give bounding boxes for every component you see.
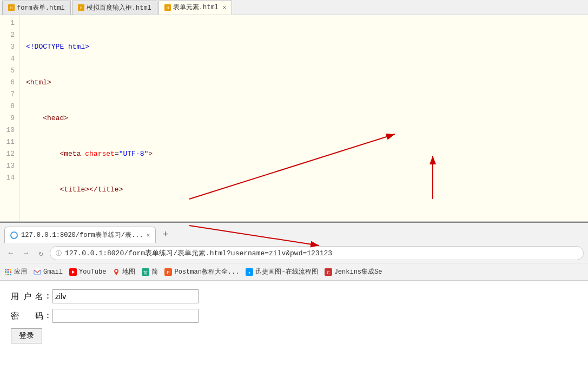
reload-button[interactable]: ↻ [35, 247, 48, 260]
bookmark-postman-label: Postman教程大全... [174, 267, 239, 276]
bookmark-youtube[interactable]: YouTube [69, 268, 106, 276]
bookmark-postman[interactable]: P Postman教程大全... [164, 267, 239, 276]
svg-rect-14 [8, 271, 9, 273]
tab-close-icon[interactable]: ✕ [223, 4, 227, 11]
postman-icon: P [164, 268, 172, 276]
svg-text:P: P [167, 270, 170, 276]
svg-text:C: C [327, 270, 330, 276]
tab-label: form表单.html [17, 3, 65, 12]
bookmark-maps[interactable]: 地图 [113, 267, 135, 276]
password-colon: : [45, 312, 50, 321]
svg-rect-11 [8, 269, 9, 270]
secure-icon: ⓘ [56, 249, 62, 257]
username-colon: : [45, 292, 50, 301]
username-label: 用户名 [11, 292, 43, 302]
svg-rect-13 [5, 271, 6, 273]
bookmark-jenkins[interactable]: C Jenkins集成Se [325, 267, 382, 276]
browser-tab-close-icon[interactable]: ✕ [147, 231, 150, 239]
svg-point-22 [115, 270, 117, 272]
bookmarks-bar: 应用 Gmail YouTube [0, 263, 588, 280]
address-bar-row: ← → ↻ ⓘ 127.0.0.1:8020/form表单练习/表单元素.htm… [0, 243, 588, 263]
new-tab-button[interactable]: + [158, 229, 173, 240]
file-icon: H [8, 4, 15, 11]
gmail-icon [34, 268, 41, 276]
bookmark-gmail-label: Gmail [43, 268, 63, 276]
bookmark-apps[interactable]: 应用 [4, 267, 27, 276]
code-content: <!DOCTYPE html> <html> <head> <meta char… [19, 15, 588, 222]
maps-icon [113, 268, 120, 276]
svg-rect-17 [8, 274, 9, 275]
youtube-icon [69, 268, 77, 276]
forward-button[interactable]: → [19, 247, 32, 260]
browser-tab-bar: 127.0.0.1:8020/form表单练习/表... ✕ + [0, 223, 588, 243]
username-row: 用户名 : [11, 289, 577, 303]
xunjie-icon: ✦ [246, 268, 253, 276]
password-row: 密 码 : [11, 309, 577, 323]
file-icon3: H [164, 4, 171, 11]
svg-rect-19 [34, 268, 41, 276]
tab-active[interactable]: H 表单元素.html ✕ [158, 1, 233, 15]
submit-row: 登录 [11, 328, 577, 343]
globe-icon [10, 231, 18, 239]
svg-text:H: H [10, 6, 12, 10]
browser-content: 用户名 : 密 码 : 登录 [0, 281, 588, 357]
bookmark-jian-label: 简 [151, 267, 158, 276]
browser-tab[interactable]: 127.0.0.1:8020/form表单练习/表... ✕ [4, 227, 156, 243]
password-input[interactable] [52, 309, 199, 323]
password-label: 密 码 [11, 311, 43, 321]
jian-icon: 简 [142, 268, 149, 276]
code-container: 1 2 3 4 5 6 7 8 9 10 11 12 13 14 <!DOCTY… [0, 15, 588, 222]
bookmark-xunjie[interactable]: ✦ 迅捷画图-在线流程图 [246, 267, 318, 276]
tab-label3: 表单元素.html [173, 3, 219, 12]
submit-button[interactable]: 登录 [11, 328, 42, 343]
username-input[interactable] [52, 289, 199, 303]
browser-area: 127.0.0.1:8020/form表单练习/表... ✕ + ← → ↻ ⓘ… [0, 222, 588, 384]
svg-rect-16 [5, 274, 6, 275]
address-bar[interactable]: ⓘ 127.0.0.1:8020/form表单练习/表单元素.html?user… [50, 246, 584, 260]
tab-form[interactable]: H form表单.html [2, 1, 71, 15]
svg-text:✦: ✦ [248, 270, 252, 276]
svg-rect-12 [10, 269, 11, 270]
apps-icon [4, 268, 12, 276]
tab-bar: H form表单.html H 模拟百度输入框.html H 表单元素.html… [0, 0, 588, 15]
bookmark-jenkins-label: Jenkins集成Se [334, 267, 382, 276]
bookmark-jian[interactable]: 简 简 [142, 267, 158, 276]
svg-text:简: 简 [143, 270, 148, 275]
svg-text:H: H [167, 6, 169, 10]
url-text: 127.0.0.1:8020/form表单练习/表单元素.html?userna… [65, 248, 332, 258]
svg-text:H: H [80, 6, 82, 10]
bookmark-gmail[interactable]: Gmail [34, 268, 63, 276]
svg-rect-18 [10, 274, 11, 275]
line-numbers: 1 2 3 4 5 6 7 8 9 10 11 12 13 14 [0, 15, 19, 222]
file-icon2: H [78, 4, 84, 11]
bookmark-apps-label: 应用 [14, 267, 27, 276]
browser-tab-label: 127.0.0.1:8020/form表单练习/表... [21, 230, 143, 240]
back-button[interactable]: ← [4, 247, 17, 260]
svg-rect-10 [5, 269, 6, 270]
editor-area: H form表单.html H 模拟百度输入框.html H 表单元素.html… [0, 0, 588, 222]
browser-chrome: 127.0.0.1:8020/form表单练习/表... ✕ + ← → ↻ ⓘ… [0, 223, 588, 281]
tab-baidu[interactable]: H 模拟百度输入框.html [72, 1, 157, 15]
svg-rect-15 [10, 271, 11, 273]
bookmark-maps-label: 地图 [122, 267, 135, 276]
jenkins-icon: C [325, 268, 332, 276]
bookmark-xunjie-label: 迅捷画图-在线流程图 [255, 267, 318, 276]
tab-label2: 模拟百度输入框.html [87, 3, 151, 12]
bookmark-youtube-label: YouTube [79, 268, 106, 276]
